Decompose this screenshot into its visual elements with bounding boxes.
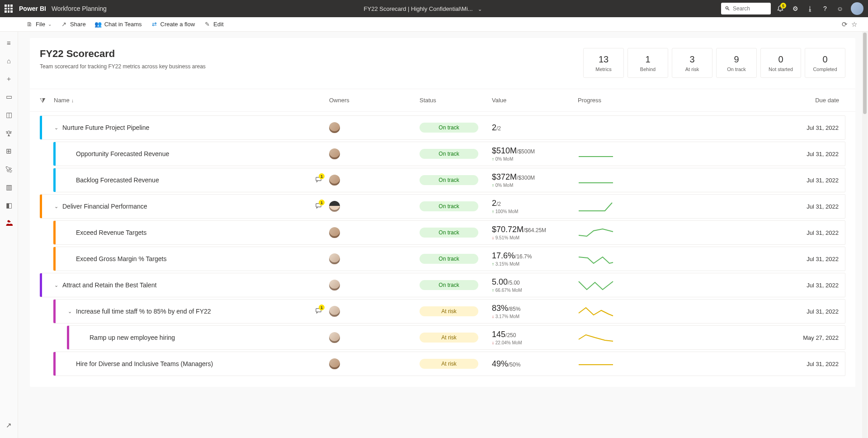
owner-avatar[interactable] [329, 332, 340, 343]
summary-card[interactable]: 0Not started [760, 48, 801, 78]
status-color-bar [67, 326, 69, 349]
table-row[interactable]: Hire for Diverse and Inclusive Teams (Ma… [53, 352, 845, 376]
table-row[interactable]: ⌄Deliver Financial Performance1On track2… [40, 194, 845, 219]
avatar[interactable] [851, 2, 863, 15]
create-flow-button[interactable]: ⇄ Create a flow [147, 17, 199, 31]
owner-avatar[interactable] [329, 227, 340, 238]
expand-nav-icon[interactable]: ↗ [2, 418, 16, 433]
value-trend: 22.04% MoM [492, 340, 578, 345]
sparkline [578, 357, 614, 370]
row-name: Hire for Diverse and Inclusive Teams (Ma… [76, 360, 329, 367]
chevron-down-icon: ⌄ [48, 22, 52, 27]
value-trend: 0% MoM [492, 157, 578, 162]
chevron-down-icon[interactable]: ⌄ [63, 309, 76, 314]
summary-card[interactable]: 9On track [716, 48, 757, 78]
value-trend: 0% MoM [492, 183, 578, 188]
summary-card[interactable]: 13Metrics [583, 48, 624, 78]
home-icon[interactable]: ⌂ [2, 53, 16, 68]
breadcrumb[interactable]: FY22 Scorecard | Highly Confidential\Mi.… [125, 5, 721, 12]
share-button[interactable]: ↗ Share [57, 17, 90, 31]
settings-icon[interactable]: ⚙ [788, 2, 802, 15]
summary-card[interactable]: 0Completed [805, 48, 845, 78]
value-target: /85% [508, 306, 520, 312]
table-row[interactable]: Opportunity Forecasted RevenueOn track$5… [53, 142, 845, 166]
current-workspace-icon[interactable] [2, 216, 16, 231]
chat-label: Chat in Teams [104, 21, 142, 28]
summary-card[interactable]: 1Behind [627, 48, 668, 78]
owner-avatar[interactable] [329, 253, 340, 264]
chevron-down-icon[interactable]: ⌄ [50, 204, 62, 209]
owner-avatar[interactable] [329, 148, 340, 159]
col-name-label[interactable]: Name [54, 97, 70, 104]
chat-teams-button[interactable]: 👥 Chat in Teams [91, 17, 146, 31]
due-date: Jul 31, 2022 [623, 124, 845, 131]
table-row[interactable]: ⌄Increase full time staff % to 85% by en… [53, 299, 845, 324]
value-target: /$64.25M [524, 227, 546, 233]
deployment-icon[interactable]: 🚀︎ [2, 162, 16, 176]
breadcrumb-text: FY22 Scorecard | Highly Confidential\Mi.… [364, 5, 473, 12]
help-icon[interactable]: ? [818, 2, 832, 15]
value-target: /2 [496, 125, 501, 132]
page-title: FY22 Scorecard [40, 48, 206, 60]
edit-button[interactable]: ✎ Edit [200, 17, 227, 31]
search-field[interactable] [733, 5, 764, 12]
row-name: Opportunity Forecasted Revenue [76, 150, 329, 157]
col-owners-label[interactable]: Owners [329, 97, 349, 104]
scrollbar[interactable] [862, 32, 868, 438]
create-icon[interactable]: ＋ [2, 71, 16, 86]
table-row[interactable]: Exceed Gross Margin % TargetsOn track17.… [53, 247, 845, 271]
favorite-icon[interactable]: ☆ [851, 20, 857, 29]
comment-icon[interactable]: 1 [315, 307, 322, 315]
feedback-icon[interactable]: ☺ [833, 2, 847, 15]
search-input[interactable]: 🔍︎ [721, 3, 771, 14]
value-trend: 3.17% MoM [492, 314, 578, 319]
sort-down-icon[interactable]: ↓ [71, 98, 74, 103]
value-main: $372M [492, 172, 517, 181]
comment-icon[interactable]: 1 [315, 176, 322, 184]
teams-icon: 👥 [95, 21, 102, 28]
workspace-name[interactable]: Workforce Planning [52, 5, 107, 12]
status-badge: At risk [420, 359, 478, 369]
value-main: 2 [492, 123, 496, 132]
table-row[interactable]: ⌄Nurture Future Project PipelineOn track… [40, 115, 845, 140]
col-progress-label[interactable]: Progress [578, 97, 601, 104]
row-name: Ramp up new employee hiring [90, 334, 329, 341]
col-value-label[interactable]: Value [492, 97, 506, 104]
owner-avatar[interactable] [329, 358, 340, 369]
table-row[interactable]: Backlog Forecasted Revenue1On track$372M… [53, 168, 845, 192]
learn-icon[interactable]: ▥ [2, 180, 16, 195]
col-status-label[interactable]: Status [420, 97, 436, 104]
goals-icon[interactable]: 🏆︎ [2, 126, 16, 140]
value-target: /$500M [517, 148, 535, 155]
col-due-label[interactable]: Due date [815, 97, 839, 104]
chevron-down-icon[interactable]: ⌄ [50, 282, 62, 288]
row-name: Deliver Financial Performance [62, 203, 315, 210]
page-header: FY22 Scorecard Team scorecard for tracki… [30, 38, 855, 89]
refresh-icon[interactable]: ⟳ [842, 20, 848, 29]
menu-icon[interactable]: ≡ [2, 35, 16, 50]
notifications-icon[interactable]: 5 [774, 2, 787, 15]
apps-icon[interactable]: ⊞ [2, 144, 16, 158]
status-badge: At risk [420, 333, 478, 343]
table-row[interactable]: Ramp up new employee hiringAt risk145/25… [67, 325, 845, 350]
summary-card[interactable]: 3At risk [672, 48, 712, 78]
summary-lbl: Completed [813, 67, 837, 72]
comment-icon[interactable]: 1 [315, 202, 322, 210]
sparkline [578, 148, 614, 160]
table-row[interactable]: ⌄Attract and Retain the Best TalentOn tr… [40, 273, 845, 297]
table-row[interactable]: Exceed Revenue TargetsOn track$70.72M/$6… [53, 220, 845, 245]
owner-avatar[interactable] [329, 306, 340, 317]
owner-avatar[interactable] [329, 122, 340, 133]
chevron-down-icon[interactable]: ⌄ [50, 125, 62, 131]
filter-icon[interactable]: ⧩ [40, 96, 46, 105]
owner-avatar[interactable] [329, 280, 340, 290]
browse-icon[interactable]: ▭ [2, 90, 16, 104]
owner-avatar[interactable] [329, 175, 340, 186]
sparkline [578, 279, 614, 291]
file-menu[interactable]: 🗎 File ⌄ [23, 17, 55, 31]
data-hub-icon[interactable]: ◫ [2, 108, 16, 122]
download-icon[interactable]: ⭳ [803, 2, 817, 15]
workspace-icon[interactable]: ◧ [2, 198, 16, 213]
app-launcher-icon[interactable] [5, 5, 13, 13]
owner-avatar[interactable] [329, 201, 340, 212]
